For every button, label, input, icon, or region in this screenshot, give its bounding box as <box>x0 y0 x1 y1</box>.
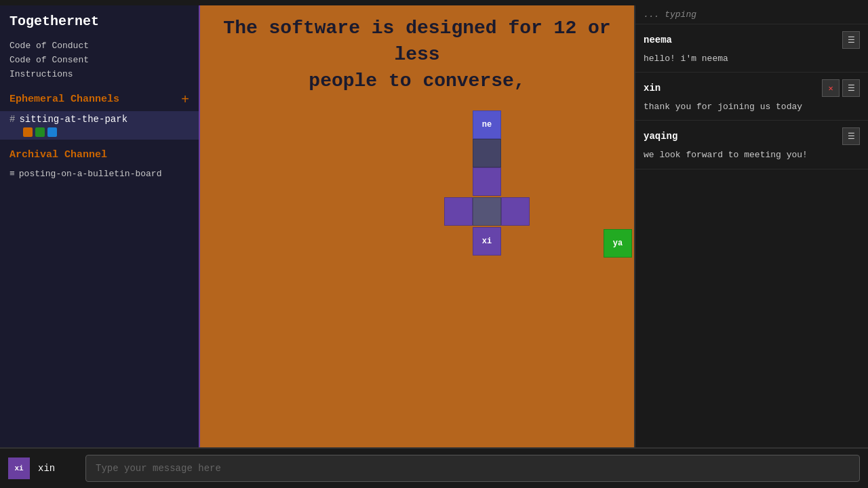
announcement-text: The software is designed for 12 or less … <box>200 15 634 95</box>
channel-member-dots <box>9 127 189 137</box>
equals-icon: ≡ <box>9 169 15 179</box>
chat-username-neema: neema <box>644 35 672 45</box>
hash-icon: # <box>9 114 15 125</box>
chat-controls-neema: ☰ <box>842 31 860 49</box>
nav-code-of-consent[interactable]: Code of Consent <box>0 53 199 67</box>
bottom-bar: xi xin <box>0 447 868 488</box>
menu-button-xin[interactable]: ☰ <box>842 79 860 97</box>
chat-header-neema: neema ☰ <box>644 31 860 49</box>
chat-text-yaqing: we look forward to meeting you! <box>644 149 860 161</box>
avatar-cell-4 <box>473 197 501 226</box>
avatar-cell-5 <box>501 197 530 226</box>
chat-message-yaqing: yaqing ☰ we look forward to meeting you! <box>635 121 868 169</box>
menu-button-yaqing[interactable]: ☰ <box>842 127 860 145</box>
chat-panel: ... typing neema ☰ hello! i'm neema xin … <box>634 5 868 447</box>
channel-sitting-at-the-park[interactable]: # sitting-at-the-park <box>0 111 199 140</box>
member-dot-3 <box>47 127 57 137</box>
chat-message-neema: neema ☰ hello! i'm neema <box>635 24 868 73</box>
add-channel-button[interactable]: + <box>181 92 189 106</box>
avatar-cell-2 <box>473 167 501 196</box>
close-button-xin[interactable]: ✕ <box>822 79 840 97</box>
main-content-area: The software is designed for 12 or less … <box>200 5 634 447</box>
ephemeral-channels-title: Ephemeral Channels <box>9 94 119 105</box>
top-border <box>0 0 868 5</box>
channel-name: # sitting-at-the-park <box>9 114 189 125</box>
chat-text-neema: hello! i'm neema <box>644 53 860 65</box>
chat-header-yaqing: yaqing ☰ <box>644 127 860 145</box>
chat-partial-message: ... typing <box>635 5 868 24</box>
chat-text-xin: thank you for joining us today <box>644 101 860 113</box>
archival-section: Archival Channel <box>0 140 199 166</box>
current-user-avatar: xi <box>8 458 30 479</box>
chat-header-xin: xin ✕ ☰ <box>644 79 860 97</box>
avatar-ne: ne <box>473 110 501 139</box>
app-title: Togethernet <box>0 14 199 39</box>
bulletin-name: ≡ posting-on-a-bulletin-board <box>9 169 189 179</box>
chat-username-xin: xin <box>644 83 660 94</box>
nav-code-of-conduct[interactable]: Code of Conduct <box>0 39 199 53</box>
chat-controls-xin: ✕ ☰ <box>822 79 860 97</box>
avatar-cell-3 <box>444 197 473 226</box>
avatar-xi: xi <box>473 227 501 256</box>
chat-message-xin: xin ✕ ☰ thank you for joining us today <box>635 73 868 121</box>
main-container: Togethernet Code of Conduct Code of Cons… <box>0 5 868 447</box>
menu-button-neema[interactable]: ☰ <box>842 31 860 49</box>
member-dot-2 <box>35 127 45 137</box>
sidebar: Togethernet Code of Conduct Code of Cons… <box>0 5 200 447</box>
avatar-cell-1 <box>473 139 501 167</box>
current-username-label: xin <box>38 463 72 474</box>
avatar-ya: ya <box>604 229 632 258</box>
ephemeral-section-header: Ephemeral Channels + <box>0 81 199 111</box>
nav-instructions[interactable]: Instructions <box>0 67 199 81</box>
chat-username-yaqing: yaqing <box>644 131 677 142</box>
chat-controls-yaqing: ☰ <box>842 127 860 145</box>
bulletin-channel-item[interactable]: ≡ posting-on-a-bulletin-board <box>0 166 199 182</box>
archival-channel-title: Archival Channel <box>9 149 189 161</box>
avatar-initials: xi <box>14 464 23 472</box>
message-input[interactable] <box>85 455 860 482</box>
member-dot-1 <box>23 127 33 137</box>
